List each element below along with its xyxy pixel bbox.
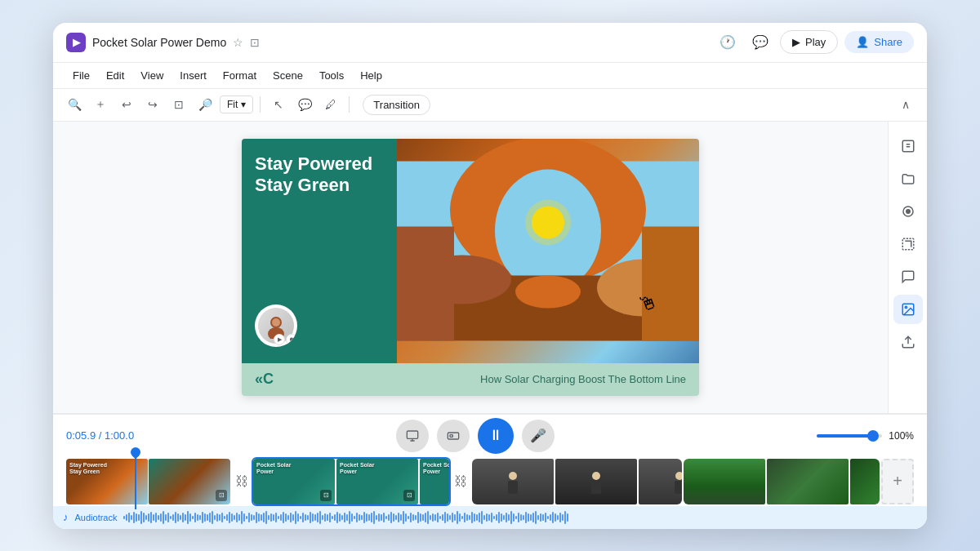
slide-background: 🖱 [397, 139, 699, 363]
app-title: Pocket Solar Power Demo [92, 36, 226, 49]
clip-person-1 [472, 459, 554, 504]
volume-label: 100% [889, 430, 914, 442]
history-button[interactable]: 🕐 [715, 29, 741, 56]
timeline-marker[interactable] [135, 452, 136, 509]
comments-button[interactable]: 💬 [747, 29, 773, 56]
clip-person-2 [555, 459, 637, 504]
transition-button[interactable]: Transition [363, 95, 430, 115]
clip-teal-3: Pocket SolarPower ⊡ [420, 459, 449, 504]
fit-button[interactable]: Fit ▾ [220, 96, 253, 113]
star-icon[interactable]: ☆ [233, 36, 243, 49]
svg-point-25 [592, 472, 600, 480]
chevron-down-icon: ▾ [241, 99, 246, 110]
export-sidebar-button[interactable] [893, 327, 923, 357]
menu-bar: File Edit View Insert Format Scene Tools… [53, 63, 927, 89]
clip-solar-1 [767, 459, 849, 504]
slide-right-panel: 🖱 [397, 139, 699, 363]
clip-teal-2: Pocket SolarPower ⊡ [336, 459, 418, 504]
clip-1[interactable]: Stay PoweredStay Green ⊡ [66, 459, 230, 504]
crop-sidebar-button[interactable] [893, 229, 923, 259]
svg-rect-12 [397, 226, 454, 340]
folder-sidebar-button[interactable] [893, 164, 923, 193]
slide-bottom-bar: «C How Solar Charging Boost The Bottom L… [242, 363, 699, 396]
menu-insert[interactable]: Insert [173, 67, 213, 84]
clip-group-selected[interactable]: Pocket SolarPower ⊡ Pocket SolarPower ⊡ … [253, 459, 449, 504]
svg-point-11 [515, 275, 581, 308]
timeline-track-container: Stay PoweredStay Green ⊡ ⛓ Pocket SolarP… [53, 457, 927, 506]
slide-title: Stay Powered Stay Green [255, 153, 384, 197]
separator-2 [349, 96, 350, 113]
svg-rect-13 [642, 226, 699, 340]
menu-help[interactable]: Help [354, 67, 389, 84]
bottom-panel: 0:05.9 / 1:00.0 ⏸ 🎤 100% [53, 413, 927, 529]
slide-preview: Stay Powered Stay Green [242, 139, 699, 396]
svg-point-19 [905, 306, 906, 308]
separator-1 [260, 96, 261, 113]
zoom-in-button[interactable]: 🔍 [63, 93, 86, 116]
image-sidebar-button[interactable] [893, 295, 923, 324]
menu-format[interactable]: Format [216, 67, 263, 84]
svg-point-7 [525, 199, 571, 245]
add-clip-button[interactable]: + [881, 459, 914, 504]
chain-link-1: ⛓ [232, 459, 252, 504]
menu-tools[interactable]: Tools [313, 67, 350, 84]
avatar: ▶ ⏺ [255, 304, 297, 347]
app-icon: ▶ [66, 33, 86, 52]
undo-button[interactable]: ↩ [115, 93, 138, 116]
title-bar: ▶ Pocket Solar Power Demo ☆ ⊡ 🕐 💬 ▶ Play… [53, 23, 927, 63]
clip-group-outdoor[interactable] [684, 459, 880, 504]
right-sidebar [888, 122, 927, 413]
svg-point-27 [675, 472, 681, 480]
svg-point-1 [272, 318, 280, 327]
clip-thumb-1b: ⊡ [149, 459, 230, 504]
mic-button[interactable]: 🎤 [522, 420, 555, 452]
redo-button[interactable]: ↪ [141, 93, 164, 116]
svg-point-16 [906, 209, 910, 213]
play-button[interactable]: ▶ Play [780, 30, 838, 54]
edit-sidebar-button[interactable] [893, 131, 923, 161]
menu-file[interactable]: File [66, 67, 96, 84]
timeline-track: Stay PoweredStay Green ⊡ ⛓ Pocket SolarP… [66, 457, 914, 506]
share-icon: 👤 [856, 36, 869, 48]
menu-scene[interactable]: Scene [266, 67, 310, 84]
comment-button[interactable]: 💬 [293, 93, 316, 116]
timeline-controls-row: 0:05.9 / 1:00.0 ⏸ 🎤 100% [53, 415, 927, 457]
share-button[interactable]: 👤 Share [844, 31, 914, 53]
menu-edit[interactable]: Edit [100, 67, 131, 84]
folder-icon: ⊡ [250, 36, 260, 49]
clip-teal-1: Pocket SolarPower ⊡ [253, 459, 335, 504]
clip-group-person[interactable]: ⊡ [472, 459, 681, 504]
svg-rect-24 [508, 481, 518, 494]
clip-outdoor-1 [684, 459, 765, 504]
svg-rect-17 [902, 238, 914, 250]
volume-thumb[interactable] [867, 430, 879, 442]
screen-record-button[interactable] [396, 420, 429, 452]
main-content: Stay Powered Stay Green [53, 122, 927, 413]
clip-solar-2 [850, 459, 880, 504]
chat-sidebar-button[interactable] [893, 262, 923, 291]
audio-icon: ♪ [63, 511, 69, 523]
slide-logo: «C [255, 371, 274, 388]
video-overlay-button[interactable] [437, 420, 470, 452]
play-icon: ▶ [792, 36, 800, 48]
audio-waveform [123, 510, 917, 525]
zoom-out-button[interactable]: 🔎 [194, 93, 216, 116]
brush-button[interactable]: 🖊 [319, 93, 342, 116]
collapse-button[interactable]: ∧ [894, 93, 917, 116]
add-button[interactable]: ＋ [89, 93, 112, 116]
toolbar: 🔍 ＋ ↩ ↪ ⊡ 🔎 Fit ▾ ↖ 💬 🖊 Transition ∧ [53, 89, 927, 122]
time-display: 0:05.9 / 1:00.0 [66, 429, 134, 442]
slide-tagline: How Solar Charging Boost The Bottom Line [480, 373, 686, 385]
menu-view[interactable]: View [134, 67, 170, 84]
record-sidebar-button[interactable] [893, 197, 923, 226]
chain-link-2: ⛓ [451, 459, 470, 504]
svg-point-23 [509, 472, 517, 480]
svg-rect-28 [675, 481, 681, 494]
audio-track: ♪ Audiotrack [53, 506, 927, 529]
svg-rect-20 [408, 431, 418, 438]
crop-button[interactable]: ⊡ [167, 93, 190, 116]
volume-slider[interactable] [817, 434, 882, 438]
pointer-button[interactable]: ↖ [267, 93, 290, 116]
pause-button[interactable]: ⏸ [478, 418, 514, 454]
svg-rect-26 [591, 481, 601, 494]
